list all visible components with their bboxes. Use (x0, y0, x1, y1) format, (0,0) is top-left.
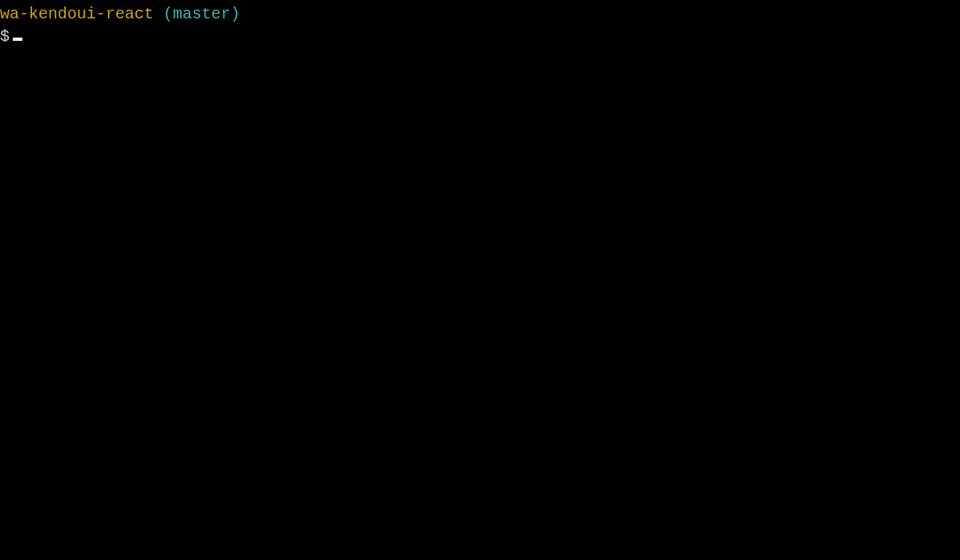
cursor-icon (13, 38, 22, 41)
terminal-prompt-line[interactable]: $ (0, 26, 960, 48)
branch-close: ) (230, 5, 240, 23)
branch-open: ( (154, 5, 173, 23)
terminal-context-line: wa-kendoui-react (master) (0, 3, 960, 26)
git-branch: master (173, 5, 230, 23)
current-directory: wa-kendoui-react (0, 5, 154, 23)
terminal-window[interactable]: wa-kendoui-react (master) $ (0, 0, 960, 560)
prompt-symbol: $ (0, 26, 10, 48)
